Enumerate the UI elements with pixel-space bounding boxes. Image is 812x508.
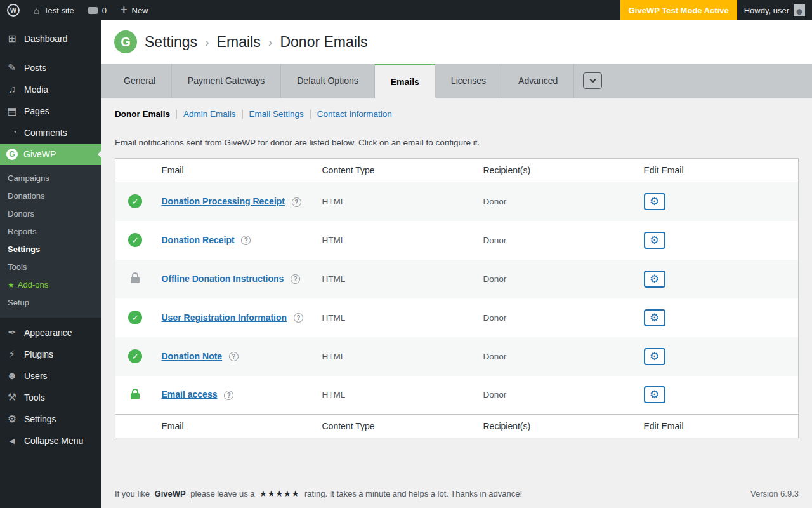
rating-stars-link[interactable]: ★★★★★	[259, 489, 299, 498]
dashboard-icon: ⊞	[6, 34, 18, 44]
tab-general[interactable]: General	[108, 64, 172, 98]
recipients-column-header: Recipient(s)	[477, 159, 638, 182]
email-config-link[interactable]: User Registration Information	[162, 312, 287, 323]
email-row: ✓ Donation Note ? HTML Donor ⚙	[115, 337, 799, 376]
email-enabled-icon: ✓	[128, 311, 142, 324]
recipients-cell: Donor	[477, 337, 638, 376]
wordpress-logo-icon: W	[7, 4, 20, 17]
star-icon: ★	[8, 280, 15, 290]
sidebar-sub-item-setup[interactable]: Setup	[0, 294, 102, 312]
sidebar-item-label: Pages	[24, 106, 49, 116]
plugins-icon: ⚡	[6, 349, 18, 359]
tab-advanced[interactable]: Advanced	[502, 64, 574, 98]
email-row: ✓ User Registration Information ? HTML D…	[115, 298, 799, 337]
sidebar-item-dashboard[interactable]: ⊞ Dashboard	[0, 28, 102, 50]
donor-emails-table: Email Content Type Recipient(s) Edit Ema…	[115, 158, 799, 438]
email-row: ✓ Donation Processing Receipt ? HTML Don…	[115, 182, 799, 221]
email-config-link[interactable]: Donation Processing Receipt	[162, 196, 285, 206]
breadcrumb-donor-emails: Donor Emails	[280, 34, 367, 51]
edit-email-button[interactable]: ⚙	[644, 193, 665, 210]
content-type-cell: HTML	[316, 182, 477, 221]
gear-icon: ⚙	[650, 196, 659, 207]
edit-email-button[interactable]: ⚙	[644, 309, 665, 326]
sidebar-item-pages[interactable]: ▤ Pages	[0, 100, 102, 122]
wordpress-logo-menu[interactable]: W	[0, 0, 27, 20]
subnav-email-settings[interactable]: Email Settings	[242, 110, 310, 119]
tab-licenses[interactable]: Licenses	[435, 64, 502, 98]
help-icon[interactable]: ?	[294, 313, 303, 323]
sidebar-item-tools[interactable]: ⚒ Tools	[0, 387, 102, 408]
subnav-admin-emails[interactable]: Admin Emails	[176, 110, 242, 119]
sidebar-item-plugins[interactable]: ⚡ Plugins	[0, 344, 102, 365]
email-column-footer: Email	[155, 415, 316, 438]
email-config-link[interactable]: Offline Donation Instructions	[162, 274, 284, 284]
tab-default-options[interactable]: Default Options	[281, 64, 375, 98]
sidebar-item-users[interactable]: ☻ Users	[0, 365, 102, 387]
sidebar-item-label: Comments	[24, 128, 67, 138]
admin-bar-right: GiveWP Test Mode Active Howdy, user ☻	[620, 0, 812, 20]
sidebar-sub-item-reports[interactable]: Reports	[0, 223, 102, 241]
email-row: Email access ? HTML Donor ⚙	[115, 376, 799, 415]
content-type-cell: HTML	[316, 337, 477, 376]
email-enabled-icon: ✓	[128, 194, 142, 208]
subnav-contact-information[interactable]: Contact Information	[310, 110, 398, 119]
howdy-label: Howdy, user	[744, 6, 789, 15]
breadcrumb-separator: ›	[268, 35, 273, 50]
edit-email-button[interactable]: ⚙	[644, 348, 665, 365]
sidebar-sub-item-addons[interactable]: ★ Add-ons	[0, 276, 102, 294]
email-column-header: Email	[155, 159, 316, 182]
tabs-overflow-button[interactable]	[583, 72, 602, 89]
my-account-menu[interactable]: Howdy, user ☻	[737, 0, 812, 20]
sidebar-item-comments[interactable]: Comments	[0, 122, 102, 144]
tools-icon: ⚒	[6, 392, 18, 403]
site-name-label: Test site	[44, 6, 74, 15]
email-config-link[interactable]: Donation Note	[162, 351, 223, 361]
gear-icon: ⚙	[650, 351, 659, 362]
breadcrumb-emails[interactable]: Emails	[217, 34, 261, 51]
sidebar-item-label: Dashboard	[24, 34, 68, 44]
test-mode-badge[interactable]: GiveWP Test Mode Active	[620, 0, 737, 20]
gear-icon: ⚙	[650, 274, 659, 284]
new-label: New	[132, 6, 148, 15]
site-name-menu[interactable]: ⌂ Test site	[27, 0, 81, 20]
help-icon[interactable]: ?	[291, 274, 300, 284]
subnav-donor-emails[interactable]: Donor Emails	[115, 110, 176, 119]
edit-email-button[interactable]: ⚙	[644, 386, 665, 403]
help-icon[interactable]: ?	[241, 236, 251, 245]
sidebar-item-media[interactable]: ♫ Media	[0, 79, 102, 100]
main-content: G Settings › Emails › Donor Emails Gener…	[102, 20, 812, 508]
comments-menu[interactable]: 0	[81, 0, 114, 20]
sidebar-item-settings[interactable]: ⚙ Settings	[0, 408, 102, 430]
sidebar-item-givewp[interactable]: G GiveWP	[0, 144, 102, 165]
plugin-name: GiveWP	[155, 489, 186, 498]
comments-bubble-icon	[88, 7, 98, 14]
breadcrumb-settings[interactable]: Settings	[145, 34, 197, 51]
rating-text-prefix: If you like	[115, 489, 150, 498]
help-icon[interactable]: ?	[292, 197, 301, 207]
rating-text-suffix: rating. It takes a minute and helps a lo…	[304, 489, 522, 498]
email-config-link[interactable]: Email access	[162, 389, 218, 399]
new-content-menu[interactable]: + New	[114, 0, 155, 20]
comment-count: 0	[102, 6, 107, 15]
tab-payment-gateways[interactable]: Payment Gateways	[172, 64, 281, 98]
sidebar-sub-item-campaigns[interactable]: Campaigns	[0, 170, 102, 187]
help-icon[interactable]: ?	[229, 352, 239, 361]
content-type-column-header: Content Type	[316, 159, 477, 182]
edit-email-button[interactable]: ⚙	[644, 232, 665, 249]
edit-email-button[interactable]: ⚙	[644, 271, 665, 288]
sidebar-item-posts[interactable]: ✎ Posts	[0, 57, 102, 79]
help-icon[interactable]: ?	[224, 391, 233, 400]
breadcrumb: Settings › Emails › Donor Emails	[145, 34, 368, 51]
sidebar-sub-item-tools[interactable]: Tools	[0, 258, 102, 276]
avatar: ☻	[794, 4, 805, 16]
email-subnav: Donor Emails Admin Emails Email Settings…	[115, 98, 799, 119]
email-config-link[interactable]: Donation Receipt	[162, 235, 235, 245]
recipients-cell: Donor	[477, 260, 638, 298]
sidebar-sub-item-donations[interactable]: Donations	[0, 187, 102, 205]
tab-emails[interactable]: Emails	[375, 64, 435, 98]
collapse-menu-button[interactable]: ◀ Collapse Menu	[0, 430, 102, 451]
sidebar-sub-item-donors[interactable]: Donors	[0, 205, 102, 223]
sidebar-item-appearance[interactable]: ✒ Appearance	[0, 322, 102, 344]
sidebar-sub-item-settings[interactable]: Settings	[0, 241, 102, 258]
home-icon: ⌂	[34, 6, 39, 15]
